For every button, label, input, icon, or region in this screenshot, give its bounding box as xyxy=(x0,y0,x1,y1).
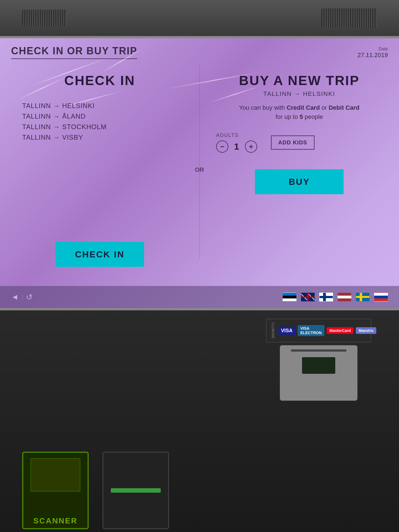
scanner-device: SCANNER xyxy=(22,452,89,529)
adults-count: 1 xyxy=(232,142,241,152)
flag-finnish[interactable] xyxy=(319,293,333,301)
add-kids-button[interactable]: ADD KIDS xyxy=(271,135,314,150)
language-flags xyxy=(283,293,388,301)
ticket-slot-opening xyxy=(111,488,161,493)
adults-decrease-button[interactable]: − xyxy=(216,140,228,153)
route-item: TALLINN → STOCKHOLM xyxy=(22,123,107,131)
club-one-label: CLUBONE xyxy=(271,323,275,339)
date-value: 27.11.2019 xyxy=(357,52,388,59)
ticket-slot xyxy=(103,452,169,529)
flag-latvian[interactable] xyxy=(337,293,351,301)
routes-list: TALLINN → HELSINKI TALLINN → ÅLAND TALLI… xyxy=(17,102,107,144)
screen-content: OR CHECK IN TALLINN → HELSINKI TALLINN →… xyxy=(0,59,399,281)
back-icon[interactable]: ◄ xyxy=(11,293,19,301)
divider-line: | xyxy=(22,293,23,301)
flag-russian[interactable] xyxy=(374,293,388,301)
speaker-grille-left xyxy=(22,10,66,26)
buy-trip-title: BUY A NEW TRIP xyxy=(239,73,360,88)
adults-section: ADULTS − 1 + ADD KIDS xyxy=(216,132,382,153)
adults-controls: − 1 + xyxy=(216,140,257,153)
checkin-button[interactable]: CHECK IN xyxy=(55,242,144,267)
buy-trip-panel: BUY A NEW TRIP TALLINN → HELSINKI You ca… xyxy=(200,65,399,275)
refresh-icon[interactable]: ↺ xyxy=(26,293,32,302)
screen-header: CHECK IN OR BUY TRIP Date 27.11.2019 xyxy=(0,38,399,59)
card-terminal-device xyxy=(280,345,357,401)
speaker-grille-right xyxy=(321,8,377,28)
adults-increase-button[interactable]: + xyxy=(245,140,257,153)
kiosk-screen: CHECK IN OR BUY TRIP Date 27.11.2019 OR … xyxy=(0,36,399,310)
checkin-panel-title: CHECK IN xyxy=(64,73,135,88)
page-title: CHECK IN OR BUY TRIP xyxy=(11,45,137,59)
flag-swedish[interactable] xyxy=(356,293,370,301)
terminal-screen xyxy=(302,357,335,374)
card-slot xyxy=(291,349,346,352)
route-item: TALLINN → VISBY xyxy=(22,134,107,141)
scanner-window xyxy=(30,458,80,492)
adults-control-group: ADULTS − 1 + xyxy=(216,132,257,153)
buy-trip-route: TALLINN → HELSINKI xyxy=(263,90,335,98)
route-item: TALLINN → ÅLAND xyxy=(22,112,107,120)
footer-nav-icons: ◄ | ↺ xyxy=(11,293,32,302)
card-reader-area: CLUBONE VISA VISA ELECTRON MasterCard Ma… xyxy=(266,319,371,401)
flag-estonian[interactable] xyxy=(283,293,296,301)
flag-english[interactable] xyxy=(301,293,315,301)
checkin-panel: CHECK IN TALLINN → HELSINKI TALLINN → ÅL… xyxy=(0,65,200,275)
buy-button[interactable]: BUY xyxy=(255,169,344,194)
date-label: Date xyxy=(357,47,388,52)
adults-label: ADULTS xyxy=(216,132,257,138)
vertical-divider xyxy=(200,65,200,259)
scanner-label: SCANNER xyxy=(33,516,77,525)
maestro-logo: Maestro xyxy=(356,327,376,334)
buy-trip-description: You can buy with Credit Card or Debit Ca… xyxy=(239,103,359,121)
route-item: TALLINN → HELSINKI xyxy=(22,102,107,110)
kiosk-top-bezel xyxy=(0,0,399,36)
screen-footer: ◄ | ↺ xyxy=(0,286,399,308)
date-display: Date 27.11.2019 xyxy=(357,45,388,59)
card-logos-strip: CLUBONE VISA VISA ELECTRON MasterCard Ma… xyxy=(266,319,371,342)
kiosk-body: SCANNER CLUBONE VISA VISA ELECTRON Maste… xyxy=(0,310,399,529)
mastercard-logo: MasterCard xyxy=(327,327,354,334)
visa-electron-logo: VISA ELECTRON xyxy=(298,325,324,336)
visa-logo: VISA xyxy=(278,327,295,335)
or-separator: OR xyxy=(195,166,204,173)
